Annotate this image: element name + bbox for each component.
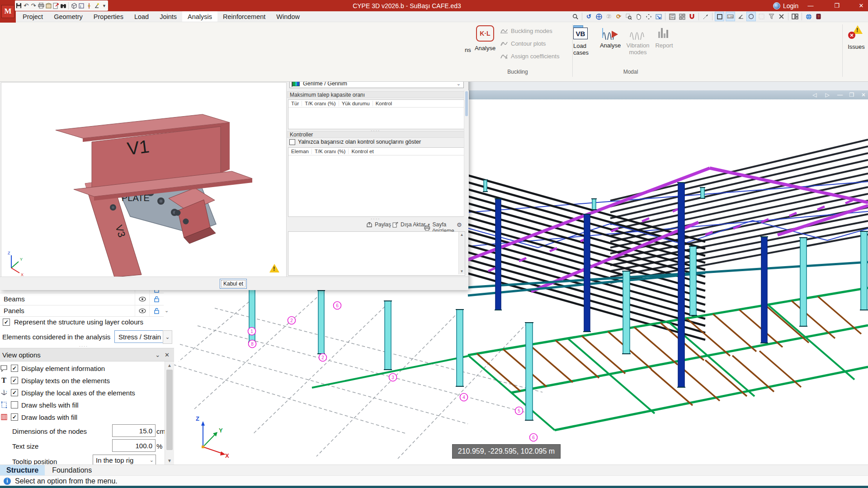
only-failed-option[interactable]: Yalnızca başarısız olan kontrol sonuçlar…: [289, 139, 421, 145]
description-textarea[interactable]: ▲ ▼: [288, 231, 465, 276]
quickbar-more-icon[interactable]: ▼: [101, 2, 107, 9]
panel-splitter-dots2[interactable]: ····: [371, 216, 380, 221]
option-display-element-information[interactable]: Display element information: [0, 363, 105, 374]
buckling-analyse-button[interactable]: K·L Analyse: [472, 25, 498, 52]
option-display-local-axes[interactable]: yx Display the local axes of the element…: [0, 387, 135, 398]
layer-row-beams[interactable]: Beams: [0, 293, 164, 305]
dialog-axis-triad: ZYX: [8, 251, 24, 277]
measure-icon[interactable]: [701, 12, 710, 21]
option-display-texts[interactable]: T Display texts on the elements: [0, 375, 110, 386]
menu-project[interactable]: Project: [17, 11, 48, 22]
close-button[interactable]: ✕: [854, 0, 868, 11]
layer-row-panels[interactable]: Panels: [0, 305, 164, 317]
elements-select-chevron-icon[interactable]: ⌄: [163, 330, 172, 344]
mdi-restore-icon[interactable]: ❐: [846, 90, 857, 99]
beams-visibility-eye-icon[interactable]: [135, 293, 149, 305]
svg-text:3: 3: [392, 375, 394, 380]
save-icon[interactable]: [16, 2, 22, 9]
package-icon[interactable]: [46, 2, 52, 9]
rotation-mode-icon[interactable]: [746, 12, 756, 21]
only-failed-checkbox[interactable]: [289, 139, 295, 145]
zoom-extents-icon[interactable]: [594, 12, 603, 21]
view-options-collapse-icon[interactable]: ⌄: [155, 352, 160, 358]
frame-node-icon[interactable]: I: [78, 2, 85, 9]
mdi-close-icon[interactable]: ✕: [858, 90, 868, 99]
buckling-modes-icon: [500, 27, 508, 34]
minimize-button[interactable]: —: [804, 0, 817, 11]
maximize-button[interactable]: ❐: [830, 0, 844, 11]
mdi-minimize-icon[interactable]: —: [835, 90, 845, 99]
menu-load[interactable]: Load: [129, 11, 154, 22]
tools-icon[interactable]: [777, 12, 786, 21]
menu-window[interactable]: Window: [271, 11, 305, 22]
tab-foundations[interactable]: Foundations: [45, 465, 99, 476]
login-button[interactable]: Login: [773, 0, 798, 11]
menu-analysis[interactable]: Analysis: [182, 11, 217, 22]
view-options-close-icon[interactable]: ✕: [160, 352, 174, 358]
pan-hand-icon[interactable]: [634, 12, 643, 21]
connection-3d-view[interactable]: V3 PLATE V1 ZYX: [1, 82, 287, 277]
capacity-section-header: Maksimum talep kapasite oranı: [287, 91, 464, 98]
assign-coefficients-button: Assign coefficients: [500, 52, 559, 60]
load-cases-vb-icon: VB: [573, 25, 589, 40]
beams-lock-icon[interactable]: [149, 293, 164, 305]
dimensions-of-nodes-input[interactable]: 15.0: [112, 424, 156, 437]
menu-properties[interactable]: Properties: [88, 11, 129, 22]
dxf-layers-icon[interactable]: [678, 12, 686, 21]
window-layout-icon[interactable]: [791, 12, 799, 21]
search-icon[interactable]: [571, 12, 580, 21]
angle-mode-icon[interactable]: [736, 12, 745, 21]
option-draw-shells-fill[interactable]: Draw shells with fill: [0, 399, 79, 410]
checks-table[interactable]: ElemanT/K oranı (%)Kontrol et: [288, 147, 465, 217]
search-binoculars-icon[interactable]: [60, 2, 66, 9]
redo-icon[interactable]: ↷: [30, 2, 36, 9]
previous-view-icon[interactable]: [654, 12, 663, 21]
dxf-dwg-icon[interactable]: DXFDWG: [668, 12, 676, 21]
frame-loads-icon[interactable]: [94, 2, 100, 9]
layer-colours-checkbox[interactable]: [3, 319, 10, 326]
accept-button[interactable]: Kabul et: [220, 279, 247, 289]
tooltip-position-select[interactable]: In the top rig⌄: [93, 455, 156, 465]
tab-structure[interactable]: Structure: [0, 465, 45, 476]
frame-axis-icon[interactable]: [86, 2, 92, 9]
export-document-icon[interactable]: [53, 2, 59, 9]
panels-lock-icon[interactable]: [149, 305, 164, 316]
ortho-mode-icon[interactable]: [715, 12, 724, 21]
elements-considered-select[interactable]: Stress / Strain: [114, 330, 167, 343]
panels-visibility-eye-icon[interactable]: [135, 305, 149, 316]
load-cases-button[interactable]: VB Loadcases: [573, 25, 593, 56]
layer-colours-option[interactable]: Represent the structure using layer colo…: [3, 318, 143, 326]
menu-reinforcement[interactable]: Reinforcement: [217, 11, 271, 22]
object-snap-magnet-icon[interactable]: [688, 12, 696, 21]
menu-geometry[interactable]: Geometry: [48, 11, 88, 22]
filter-icon[interactable]: [767, 12, 776, 21]
dialog-warning-icon[interactable]: [269, 264, 279, 274]
previous-window-icon[interactable]: ◁: [809, 90, 820, 99]
zoom-window-icon[interactable]: [624, 12, 633, 21]
modal-analyse-button[interactable]: Analyse: [598, 25, 623, 49]
orbit-icon[interactable]: [644, 12, 653, 21]
menu-joints[interactable]: Joints: [154, 11, 182, 22]
share-button[interactable]: Paylaş: [366, 221, 391, 228]
svg-text:5: 5: [518, 408, 520, 413]
vibration-modes-icon: [629, 25, 646, 40]
text-size-input[interactable]: 100.0: [112, 439, 156, 452]
layers-scroll-down-icon[interactable]: ⌄: [165, 308, 169, 314]
frame-3d-view-icon[interactable]: [71, 2, 77, 9]
issues-button[interactable]: ✕ Issues: [846, 25, 866, 50]
redraw-icon[interactable]: ⟳: [614, 12, 623, 21]
settings-gear-icon[interactable]: ⚙: [457, 221, 462, 228]
option-draw-loads-fill[interactable]: Draw loads with fill: [0, 412, 77, 422]
web-globe-icon[interactable]: [804, 12, 813, 21]
results-panel-scrollbar[interactable]: [464, 90, 469, 217]
view-options-header: View options ⌄ ✕: [0, 348, 174, 361]
main-axis-triad: Z Y X: [196, 415, 229, 459]
print-icon[interactable]: [38, 2, 44, 9]
help-book-icon[interactable]: ?: [814, 12, 823, 21]
view-options-scrollbar[interactable]: ▲ ▼: [165, 361, 174, 465]
zoom-previous-icon[interactable]: ↺: [585, 12, 593, 21]
undo-icon[interactable]: ↶: [23, 2, 29, 9]
dimension-mode-icon[interactable]: 1.00: [726, 12, 735, 21]
next-window-icon[interactable]: ▷: [822, 90, 833, 99]
capacity-table[interactable]: TürT/K oranı (%)Yük durumuKontrol: [288, 99, 465, 129]
